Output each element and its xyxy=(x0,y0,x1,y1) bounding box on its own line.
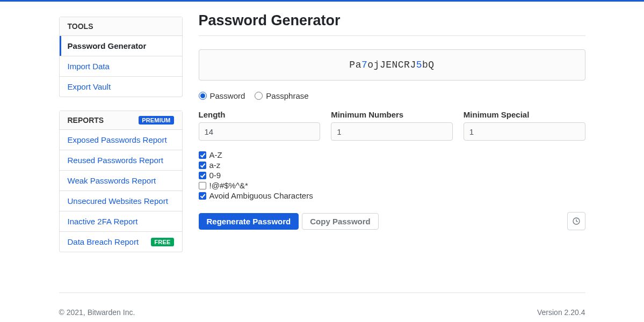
type-passphrase-label: Passphrase xyxy=(266,91,308,100)
tools-card: Tools Password GeneratorImport DataExpor… xyxy=(59,17,183,97)
length-label: Length xyxy=(199,110,321,119)
password-segment: ojJENCRJ xyxy=(367,60,416,70)
sidebar-item-tools-1[interactable]: Import Data xyxy=(60,56,182,76)
sidebar-item-label: Reused Passwords Report xyxy=(68,156,163,165)
special-checkbox[interactable] xyxy=(199,182,206,189)
password-segment: 5 xyxy=(416,60,422,70)
uppercase-label: A-Z xyxy=(209,150,222,159)
footer: © 2021, Bitwarden Inc. Version 2.20.4 xyxy=(59,292,585,322)
type-passphrase-option[interactable]: Passphrase xyxy=(255,91,308,100)
lowercase-checkbox[interactable] xyxy=(199,162,206,169)
sidebar-item-tools-0[interactable]: Password Generator xyxy=(60,36,182,56)
ambiguous-checkbox[interactable] xyxy=(199,192,206,200)
sidebar-item-reports-3[interactable]: Unsecured Websites Report xyxy=(60,191,182,211)
tools-header: Tools xyxy=(60,17,182,36)
type-passphrase-radio[interactable] xyxy=(255,92,263,100)
password-segment: 7 xyxy=(361,60,367,70)
min-special-label: Minimum Special xyxy=(464,110,585,119)
sidebar-item-tools-2[interactable]: Export Vault xyxy=(60,76,182,97)
uppercase-checkbox[interactable] xyxy=(199,151,206,159)
special-label: !@#$%^&* xyxy=(209,181,248,190)
sidebar-item-label: Weak Passwords Report xyxy=(68,176,156,185)
reports-header-label: Reports xyxy=(68,116,104,125)
sidebar-item-reports-2[interactable]: Weak Passwords Report xyxy=(60,170,182,191)
min-special-input[interactable] xyxy=(464,122,585,141)
generated-password: Pa7ojJENCRJ5bQ xyxy=(199,49,585,80)
sidebar-item-reports-0[interactable]: Exposed Passwords Report xyxy=(60,130,182,150)
regenerate-button[interactable]: Regenerate Password xyxy=(199,213,299,230)
type-password-radio[interactable] xyxy=(199,92,207,100)
length-input[interactable] xyxy=(199,122,321,141)
history-icon xyxy=(572,217,581,225)
type-row: Password Passphrase xyxy=(199,91,585,100)
sidebar-item-label: Exposed Passwords Report xyxy=(68,135,167,144)
min-numbers-label: Minimum Numbers xyxy=(331,110,453,119)
sidebar-item-reports-4[interactable]: Inactive 2FA Report xyxy=(60,211,182,231)
sidebar-item-reports-5[interactable]: Data Breach ReportFree xyxy=(60,231,182,252)
copy-button[interactable]: Copy Password xyxy=(302,213,379,230)
sidebar-item-label: Inactive 2FA Report xyxy=(68,217,138,226)
sidebar-item-label: Unsecured Websites Report xyxy=(68,196,168,206)
reports-header: Reports Premium xyxy=(60,111,182,130)
password-segment: bQ xyxy=(422,60,435,70)
lowercase-label: a-z xyxy=(209,160,221,170)
free-badge: Free xyxy=(151,238,173,246)
sidebar-item-reports-1[interactable]: Reused Passwords Report xyxy=(60,150,182,170)
type-password-option[interactable]: Password xyxy=(199,91,245,100)
password-segment: Pa xyxy=(349,60,361,70)
copyright-text: © 2021, Bitwarden Inc. xyxy=(59,308,135,317)
version-text: Version 2.20.4 xyxy=(537,308,585,317)
min-numbers-input[interactable] xyxy=(331,122,453,141)
premium-badge: Premium xyxy=(139,116,173,125)
page-title: Password Generator xyxy=(199,12,585,36)
numbers-checkbox[interactable] xyxy=(199,172,206,179)
sidebar-item-label: Data Breach Report xyxy=(68,237,139,246)
type-password-label: Password xyxy=(210,91,245,100)
reports-card: Reports Premium Exposed Passwords Report… xyxy=(59,111,183,252)
numbers-label: 0-9 xyxy=(209,171,221,180)
ambiguous-label: Avoid Ambiguous Characters xyxy=(209,191,313,200)
history-button[interactable] xyxy=(567,212,585,230)
